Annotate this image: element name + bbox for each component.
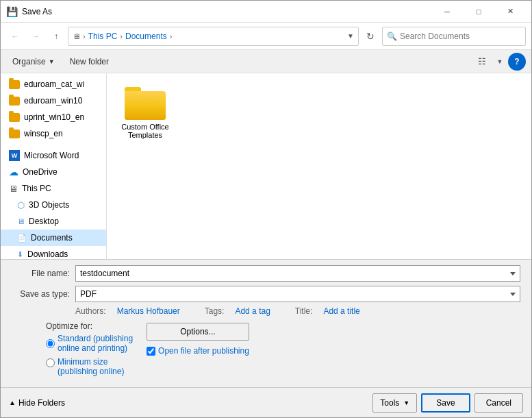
sidebar-item-label: winscp_en (24, 129, 63, 138)
onedrive-icon: ☁ (9, 167, 18, 177)
new-folder-button[interactable]: New folder (64, 53, 115, 71)
up-button[interactable]: ↑ (47, 27, 65, 45)
sidebar-item-uprint[interactable]: uprint_win10_en (1, 109, 106, 125)
savetype-row: Save as type: PDF (12, 286, 520, 302)
chevron-left-icon: ▲ (9, 399, 16, 406)
close-button[interactable]: ✕ (494, 1, 526, 23)
search-input[interactable] (400, 32, 521, 41)
sidebar-item-documents[interactable]: 📄 Documents (1, 230, 106, 246)
optimize-label: Optimize for: (46, 321, 133, 331)
filename-field[interactable] (75, 265, 520, 282)
maximize-button[interactable]: □ (463, 1, 494, 23)
folder-icon (9, 130, 20, 138)
breadcrumb-dropdown-arrow[interactable]: ▼ (347, 32, 354, 40)
right-options: Options... Open file after publishing (147, 321, 249, 356)
pc-icon: 🖥 (9, 184, 18, 194)
save-as-dialog: 💾 Save As ─ □ ✕ ← → ↑ 🖥 › This PC › Docu… (0, 0, 532, 418)
sidebar-item-desktop[interactable]: 🖥 Desktop (1, 213, 106, 230)
folder-icon (9, 113, 20, 122)
sidebar-item-label: OneDrive (23, 167, 58, 177)
sidebar-item-eduroam-win[interactable]: eduroam_win10 (1, 93, 106, 109)
sidebar-item-eduroam-cat[interactable]: eduroam_cat_wi (1, 76, 106, 93)
title-label: Title: (295, 306, 313, 316)
filename-input[interactable] (80, 269, 510, 278)
optimize-standard-option[interactable]: Standard (publishingonline and printing) (46, 334, 133, 353)
downloads-icon: ⬇ (17, 250, 23, 259)
sidebar-item-microsoft-word[interactable]: W Microsoft Word (1, 147, 106, 164)
filename-label: File name: (12, 269, 70, 278)
optimize-minimum-radio[interactable] (46, 358, 55, 367)
organise-dropdown-icon: ▼ (49, 58, 55, 65)
savetype-value: PDF (80, 289, 97, 299)
toolbar-right: ☷ ▼ ? (472, 53, 526, 71)
view-button[interactable]: ☷ (472, 53, 492, 71)
breadcrumb-this-pc[interactable]: This PC (88, 32, 118, 41)
filename-row: File name: (12, 265, 520, 282)
folder-large-icon (125, 87, 166, 120)
authors-value[interactable]: Markus Hofbauer (117, 306, 180, 316)
file-area: Custom OfficeTemplates (107, 73, 531, 259)
view-dropdown-button[interactable]: ▼ (494, 53, 505, 71)
sidebar-item-downloads[interactable]: ⬇ Downloads (1, 246, 106, 259)
sidebar-item-label: Documents (31, 233, 73, 243)
folder-icon (9, 80, 20, 89)
optimize-minimum-label[interactable]: Minimum size(publishing online) (58, 357, 124, 376)
optimize-standard-radio[interactable] (46, 339, 55, 348)
breadcrumb: 🖥 › This PC › Documents › ▼ (68, 27, 359, 46)
3d-objects-icon: ⬡ (17, 200, 25, 210)
sidebar-item-winscp[interactable]: winscp_en (1, 125, 106, 142)
sidebar-item-3d-objects[interactable]: ⬡ 3D Objects (1, 197, 106, 213)
sidebar-item-onedrive[interactable]: ☁ OneDrive (1, 164, 106, 180)
cancel-button[interactable]: Cancel (474, 393, 523, 413)
sidebar: eduroam_cat_wi eduroam_win10 uprint_win1… (1, 73, 107, 259)
filename-dropdown-icon (510, 272, 516, 275)
optimize-minimum-option[interactable]: Minimum size(publishing online) (46, 357, 133, 376)
toolbar: Organise ▼ New folder ☷ ▼ ? (1, 50, 531, 73)
optimize-section: Optimize for: Standard (publishingonline… (46, 321, 133, 376)
hide-folders-button[interactable]: ▲ Hide Folders (9, 398, 65, 408)
file-item-custom-office[interactable]: Custom OfficeTemplates (118, 84, 173, 142)
file-grid: Custom OfficeTemplates (118, 84, 520, 142)
sidebar-item-label: 3D Objects (29, 200, 69, 210)
hide-folders-label: Hide Folders (18, 398, 65, 408)
organise-button[interactable]: Organise ▼ (6, 53, 61, 71)
open-file-checkbox[interactable] (147, 347, 155, 356)
tools-button[interactable]: Tools ▼ (372, 393, 417, 413)
options-row: Optimize for: Standard (publishingonline… (12, 321, 520, 376)
tags-label: Tags: (205, 306, 225, 316)
open-file-label[interactable]: Open file after publishing (158, 346, 249, 356)
search-icon: 🔍 (387, 32, 397, 41)
tags-value[interactable]: Add a tag (235, 306, 270, 316)
savetype-dropdown[interactable]: PDF (75, 286, 520, 302)
title-bar: 💾 Save As ─ □ ✕ (1, 1, 531, 23)
open-file-option[interactable]: Open file after publishing (147, 346, 249, 356)
tools-label: Tools (380, 398, 399, 408)
new-folder-label: New folder (70, 57, 109, 66)
refresh-button[interactable]: ↻ (362, 27, 379, 45)
search-box: 🔍 (382, 27, 526, 46)
bottom-bar: ▲ Hide Folders Tools ▼ Save Cancel (1, 387, 531, 417)
title-value[interactable]: Add a title (323, 306, 359, 316)
tools-group: Tools ▼ (372, 393, 417, 413)
sidebar-item-label: Desktop (29, 217, 59, 226)
sidebar-item-label: Microsoft Word (24, 151, 79, 160)
window-title: Save As (22, 7, 431, 16)
minimize-button[interactable]: ─ (431, 1, 463, 23)
options-button[interactable]: Options... (147, 323, 249, 341)
authors-label: Authors: (75, 306, 106, 316)
sidebar-item-label: This PC (22, 184, 51, 193)
bottom-bar-right: Tools ▼ Save Cancel (372, 393, 523, 413)
optimize-standard-label[interactable]: Standard (publishingonline and printing) (58, 334, 133, 353)
window-controls: ─ □ ✕ (431, 1, 526, 23)
back-button[interactable]: ← (6, 27, 24, 45)
save-button[interactable]: Save (421, 393, 470, 413)
desktop-icon: 🖥 (17, 217, 25, 225)
help-button[interactable]: ? (508, 53, 526, 71)
sidebar-item-label: Downloads (27, 249, 68, 259)
breadcrumb-pc-icon: 🖥 (73, 32, 80, 40)
sidebar-item-this-pc[interactable]: 🖥 This PC (1, 180, 106, 197)
file-label: Custom OfficeTemplates (121, 123, 169, 139)
forward-button[interactable]: → (27, 27, 45, 45)
address-bar: ← → ↑ 🖥 › This PC › Documents › ▼ ↻ 🔍 (1, 23, 531, 50)
breadcrumb-documents[interactable]: Documents (125, 32, 167, 41)
